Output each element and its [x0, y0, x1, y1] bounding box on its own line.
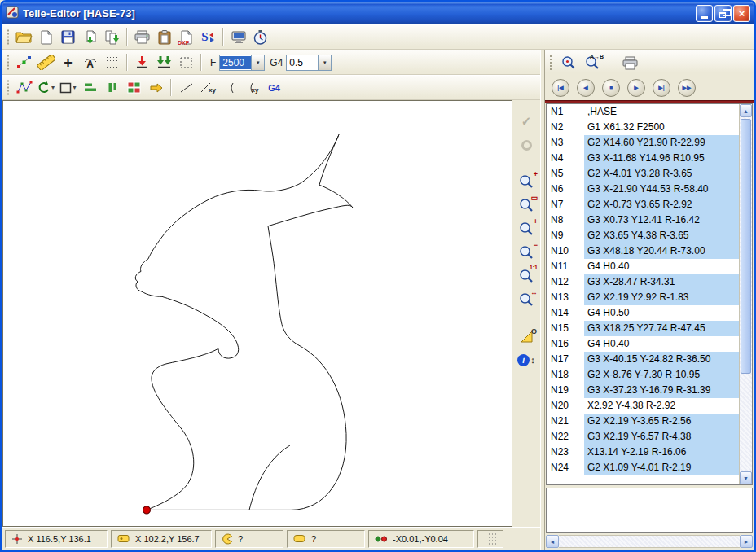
zoom-all-button[interactable]: +	[516, 221, 537, 237]
gcode-row[interactable]: N17G3 X-40.15 Y-24.82 R-36.50	[547, 352, 739, 367]
gcode-row[interactable]: N4G3 X-11.68 Y14.96 R10.95	[547, 151, 739, 166]
scroll-up-button[interactable]: ▲	[740, 104, 752, 117]
nav-last-button[interactable]: ▶▶	[678, 79, 696, 97]
zoom-ab-button[interactable]: A→B	[581, 53, 603, 73]
gcode-row[interactable]: N12G3 X-28.47 R-34.31	[547, 274, 739, 290]
mirror-vertical-button[interactable]	[101, 77, 123, 98]
runtime-button[interactable]	[249, 27, 271, 47]
toolbar-grip[interactable]	[7, 55, 10, 70]
scroll-right-button[interactable]: ►	[740, 535, 753, 548]
zoom-fit-button[interactable]: ↔	[516, 291, 537, 308]
zoom-out-button[interactable]: −	[516, 244, 537, 261]
gcode-row[interactable]: N18G2 X-8.76 Y-7.30 R-10.95	[547, 367, 739, 383]
toolbar-grip[interactable]	[7, 80, 10, 95]
close-button[interactable]: ×	[733, 5, 750, 22]
dxf-import-button[interactable]: DXF	[175, 27, 197, 47]
info-button[interactable]: i↕	[516, 352, 537, 368]
nav-prev-button[interactable]: ◀	[577, 79, 595, 97]
snap-points-button[interactable]	[13, 52, 35, 72]
gcode-row[interactable]: N22G3 X2.19 Y-6.57 R-4.38	[547, 429, 739, 445]
rotate-tool-button[interactable]: ▾	[35, 77, 57, 98]
gcode-row[interactable]: N13G2 X2.19 Y2.92 R-1.83	[547, 290, 739, 305]
restore-button[interactable]	[714, 5, 732, 22]
dwell-combo[interactable]: 0.5 ▾	[286, 55, 332, 71]
gcode-row[interactable]: N19G3 X-37.23 Y-16.79 R-31.39	[547, 383, 739, 398]
zoom-in-button[interactable]: +	[516, 173, 537, 190]
gcode-row[interactable]: N9G2 X3.65 Y4.38 R-3.65	[547, 228, 739, 243]
rectangle-tool-button[interactable]: ▾	[57, 77, 79, 98]
chevron-down-icon[interactable]: ▾	[318, 55, 331, 70]
gcode-row[interactable]: N7G2 X-0.73 Y3.65 R-2.92	[547, 197, 739, 212]
gcode-row[interactable]: N11G4 H0.40	[547, 259, 739, 274]
arc-xy-tool-button[interactable]: xy	[241, 77, 263, 98]
zoom-1to1-button[interactable]: 1:1	[516, 268, 537, 284]
print-button[interactable]	[131, 27, 153, 47]
gcode-row[interactable]: N10G3 X48.18 Y20.44 R-73.00	[547, 243, 739, 259]
gcode-row[interactable]: N2G1 X61.32 F2500	[547, 120, 739, 135]
origin-button[interactable]: O	[516, 328, 537, 344]
print-list-button[interactable]	[619, 53, 641, 73]
machine-button[interactable]	[227, 27, 249, 47]
gcode-row[interactable]: N3G2 X14.60 Y21.90 R-22.99	[547, 135, 739, 151]
zoom-redraw-button[interactable]	[557, 53, 579, 73]
gcode-row[interactable]: N20X2.92 Y-4.38 R-2.92	[547, 398, 739, 414]
save-button[interactable]	[57, 27, 79, 47]
horizontal-scrollbar[interactable]: ◄ ►	[546, 535, 753, 548]
chevron-down-icon[interactable]: ▾	[73, 84, 76, 91]
gcode-row[interactable]: N24G2 X1.09 Y-4.01 R-2.19	[547, 460, 739, 475]
gcode-row[interactable]: N16G4 H0.40	[547, 336, 739, 352]
nav-play-button[interactable]: ▶	[627, 79, 645, 97]
nav-first-button[interactable]: |◀	[552, 79, 569, 97]
start-point-marker[interactable]	[143, 506, 151, 514]
nav-next-button[interactable]: ▶|	[653, 79, 670, 97]
set-zero-button[interactable]	[153, 52, 175, 72]
gcode-row[interactable]: N5G2 X-4.01 Y3.28 R-3.65	[547, 166, 739, 182]
gcode-row[interactable]: N8G3 X0.73 Y12.41 R-16.42	[547, 212, 739, 228]
toolbar-grip[interactable]	[7, 29, 10, 45]
gcode-scrollbar[interactable]: ▲ ▼	[739, 104, 752, 484]
open-file-button[interactable]	[13, 27, 35, 47]
gcode-row[interactable]: N1,HASE	[547, 104, 739, 120]
mirror-vertical-icon	[106, 81, 119, 94]
minimize-button[interactable]	[696, 5, 713, 22]
selection-button[interactable]	[175, 52, 197, 72]
hscrollbar-track[interactable]	[559, 535, 740, 548]
gcode-row[interactable]: N14G4 H0.50	[547, 305, 739, 321]
gcode-row[interactable]: N6G3 X-21.90 Y44.53 R-58.40	[547, 182, 739, 197]
measure-button[interactable]	[35, 52, 57, 72]
scroll-left-button[interactable]: ◄	[546, 535, 559, 548]
s-shape-button[interactable]: S	[197, 27, 219, 47]
line-xy-tool-button[interactable]: xy	[197, 77, 219, 98]
gcode-row[interactable]: N23X13.14 Y-2.19 R-16.06	[547, 445, 739, 460]
crosshair-button[interactable]: +	[57, 52, 79, 72]
export-file-button[interactable]	[101, 27, 123, 47]
app-icon[interactable]	[6, 6, 19, 21]
gcode-row[interactable]: N21G2 X2.19 Y-3.65 R-2.56	[547, 414, 739, 429]
gcode-row[interactable]: N15G3 X18.25 Y27.74 R-47.45	[547, 321, 739, 336]
zoom-window-button[interactable]: ▭	[516, 197, 537, 213]
line-tool-button[interactable]	[175, 77, 197, 98]
toolbar-grip[interactable]	[549, 55, 552, 71]
paste-button[interactable]	[153, 27, 175, 47]
grid-status-button[interactable]	[477, 530, 503, 548]
measure-angle-button[interactable]: A	[79, 52, 101, 72]
import-file-button[interactable]	[79, 27, 101, 47]
quadrant-grid-icon	[127, 81, 141, 94]
mirror-horizontal-button[interactable]	[79, 77, 101, 98]
feedrate-combo[interactable]: 2500 ▾	[219, 55, 265, 71]
insert-point-button[interactable]	[131, 52, 153, 72]
scrollbar-track[interactable]	[740, 117, 752, 471]
arc-tool-button[interactable]	[219, 77, 241, 98]
dwell-g4-button[interactable]: G4	[263, 77, 285, 98]
scroll-down-button[interactable]: ▼	[740, 471, 752, 484]
scrollbar-thumb[interactable]	[741, 119, 751, 374]
chevron-down-icon[interactable]: ▾	[51, 84, 55, 91]
chevron-down-icon[interactable]: ▾	[251, 55, 264, 70]
polyline-button[interactable]	[13, 77, 35, 98]
new-file-button[interactable]	[35, 27, 57, 47]
quadrant-button[interactable]	[123, 77, 145, 98]
nav-stop-button[interactable]: ■	[602, 79, 620, 97]
drawing-canvas[interactable]	[2, 100, 512, 527]
transform-button[interactable]	[145, 77, 167, 98]
grid-toggle-button[interactable]	[101, 52, 123, 72]
